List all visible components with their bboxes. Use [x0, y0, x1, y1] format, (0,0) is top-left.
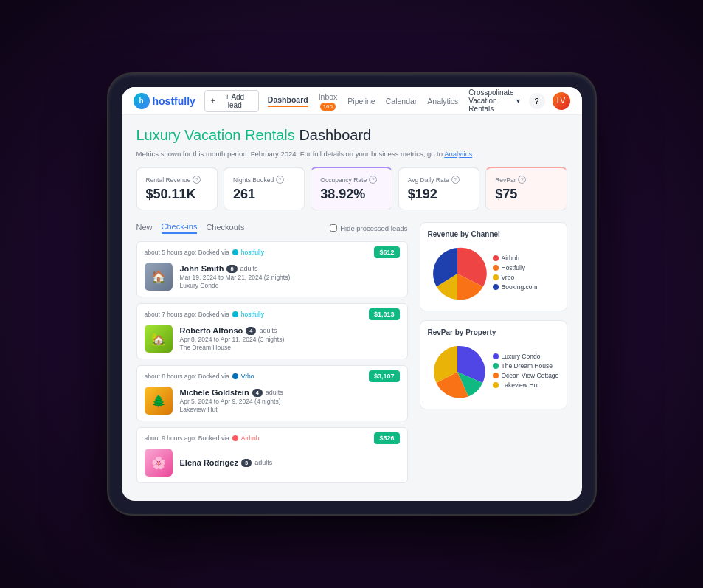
lead-name: Michele Goldstein 4 adults	[180, 388, 400, 397]
nav-calendar[interactable]: Calendar	[386, 97, 418, 106]
metric-label-nights-booked: Nights Booked ?	[233, 176, 295, 184]
lead-meta: about 7 hours ago: Booked via hostfully …	[137, 304, 407, 320]
lead-item[interactable]: about 9 hours ago: Booked via Airbnb $52…	[136, 427, 408, 483]
legend-dot	[493, 353, 499, 359]
legend-dot	[493, 363, 499, 369]
lead-item[interactable]: about 5 hours ago: Booked via hostfully …	[136, 241, 408, 297]
content-grid: New Check-ins Checkouts Hide processed l…	[136, 222, 567, 489]
legend-item: Booking.com	[493, 283, 559, 291]
chart-legend-revpar: Luxury Condo The Dream House Ocean View …	[493, 353, 559, 391]
metric-nights-booked: Nights Booked ? 261	[224, 167, 305, 210]
nav-inbox[interactable]: Inbox 165	[319, 92, 338, 110]
info-icon-occupancy-rate[interactable]: ?	[369, 176, 377, 184]
lead-meta: about 9 hours ago: Booked via Airbnb $52…	[137, 428, 407, 444]
user-avatar[interactable]: LV	[553, 92, 570, 110]
lead-body: 🏡 Roberto Alfonso 4 adults Apr 8, 2024 t…	[137, 320, 407, 359]
lead-avatar: 🌲	[145, 387, 173, 415]
leads-section: New Check-ins Checkouts Hide processed l…	[136, 222, 408, 489]
chart-legend-revenue: Airbnb Hostfully Vrbo	[493, 255, 559, 293]
lead-price: $526	[374, 432, 399, 444]
tablet-frame: h hostfully + + Add lead Dashboard Inbox…	[108, 74, 595, 514]
nav-dashboard[interactable]: Dashboard	[268, 95, 308, 107]
lead-price: $1,013	[369, 308, 400, 320]
info-icon-revpar[interactable]: ?	[518, 176, 526, 184]
analytics-link[interactable]: Analytics	[444, 150, 472, 158]
add-lead-button[interactable]: + + Add lead	[204, 90, 259, 112]
legend-dot	[493, 284, 499, 290]
lead-name: Elena Rodrigez 3 adults	[180, 458, 400, 467]
chart-container-revpar: Luxury Condo The Dream House Ocean View …	[428, 342, 559, 401]
add-lead-label: + Add lead	[218, 93, 252, 109]
adults-badge: 8	[226, 265, 237, 273]
hide-processed-label: Hide processed leads	[340, 224, 407, 232]
adults-label: adults	[266, 389, 283, 396]
lead-property: Luxury Condo	[180, 282, 400, 289]
help-button[interactable]: ?	[529, 93, 545, 109]
lead-body: 🌸 Elena Rodrigez 3 adults	[137, 444, 407, 482]
page-title: Luxury Vacation Rentals Dashboard	[136, 127, 567, 144]
metric-value-rental-revenue: $50.11K	[146, 187, 208, 202]
main-content: Luxury Vacation Rentals Dashboard Metric…	[122, 115, 582, 501]
inbox-badge: 165	[320, 103, 336, 111]
lead-body: 🌲 Michele Goldstein 4 adults Apr 5, 2024…	[137, 382, 407, 421]
channel-airbnb-icon	[232, 435, 239, 442]
lead-dates: Apr 8, 2024 to Apr 11, 2024 (3 nights)	[180, 336, 400, 343]
plus-icon: +	[211, 97, 215, 105]
pie-chart-revenue	[428, 244, 487, 303]
adults-label: adults	[259, 327, 277, 334]
lead-dates: Mar 19, 2024 to Mar 21, 2024 (2 nights)	[180, 274, 400, 281]
metric-revpar: RevPar ? $75	[485, 167, 567, 210]
channel-hostfully-icon	[232, 311, 239, 318]
info-icon-rental-revenue[interactable]: ?	[193, 176, 201, 184]
legend-item: Hostfully	[493, 264, 559, 271]
leads-tabs: New Check-ins Checkouts Hide processed l…	[136, 222, 408, 234]
tab-checkins[interactable]: Check-ins	[162, 222, 198, 234]
page-title-accent: Luxury Vacation Rentals	[136, 127, 295, 143]
info-icon-nights-booked[interactable]: ?	[276, 176, 284, 184]
tab-new[interactable]: New	[136, 223, 153, 233]
lead-body: 🏠 John Smith 8 adults Mar 19, 2024 to Ma…	[137, 258, 407, 297]
lead-info: Elena Rodrigez 3 adults	[180, 458, 400, 467]
tablet-screen: h hostfully + + Add lead Dashboard Inbox…	[122, 87, 582, 501]
adults-badge: 4	[246, 327, 256, 335]
legend-item: Lakeview Hut	[493, 381, 559, 389]
legend-dot	[493, 382, 499, 388]
nav-analytics[interactable]: Analytics	[427, 97, 458, 106]
tab-checkouts[interactable]: Checkouts	[206, 223, 244, 233]
lead-name: John Smith 8 adults	[180, 264, 400, 273]
legend-item: Luxury Condo	[493, 353, 559, 360]
metric-rental-revenue: Rental Revenue ? $50.11K	[136, 167, 218, 210]
logo[interactable]: h hostfully	[134, 93, 195, 109]
lead-info: John Smith 8 adults Mar 19, 2024 to Mar …	[180, 264, 400, 289]
logo-icon: h	[134, 93, 150, 109]
nav-pipeline[interactable]: Pipeline	[347, 97, 375, 106]
metric-avg-daily-rate: Avg Daily Rate ? $192	[398, 167, 479, 210]
lead-price: $612	[374, 246, 399, 258]
metric-value-occupancy-rate: 38.92%	[320, 187, 382, 202]
info-icon-avg-daily-rate[interactable]: ?	[451, 176, 460, 184]
revpar-by-property-chart: RevPar by Property	[420, 320, 567, 409]
metric-occupancy-rate: Occupancy Rate ? 38.92%	[311, 167, 392, 210]
metric-value-nights-booked: 261	[233, 187, 295, 202]
lead-item[interactable]: about 8 hours ago: Booked via Vrbo $3,10…	[136, 365, 408, 421]
legend-item: Ocean View Cottage	[493, 372, 559, 379]
metric-value-avg-daily-rate: $192	[408, 187, 470, 202]
nav-links: Dashboard Inbox 165 Pipeline Calendar An…	[268, 89, 520, 113]
svg-point-1	[232, 311, 238, 317]
channel-hostfully-icon	[232, 249, 239, 256]
nav-crosspolinate[interactable]: Crosspolinate Vacation Rentals ▾	[468, 89, 519, 113]
legend-item: Airbnb	[493, 255, 559, 262]
lead-info: Roberto Alfonso 4 adults Apr 8, 2024 to …	[180, 326, 400, 351]
hide-processed-toggle: Hide processed leads	[330, 224, 407, 232]
chart-container-revenue: Airbnb Hostfully Vrbo	[428, 244, 559, 303]
hide-processed-checkbox[interactable]	[330, 224, 337, 232]
revenue-by-channel-chart: Revenue by Channel	[420, 222, 567, 311]
lead-item[interactable]: about 7 hours ago: Booked via hostfully …	[136, 303, 408, 359]
lead-info: Michele Goldstein 4 adults Apr 5, 2024 t…	[180, 388, 400, 413]
legend-dot	[493, 255, 499, 261]
page-title-dashboard: Dashboard	[299, 127, 371, 143]
lead-price: $3,107	[369, 370, 400, 382]
adults-badge: 4	[252, 389, 263, 397]
nav-right: ? LV	[529, 92, 570, 110]
metrics-note: Metrics shown for this month period: Feb…	[136, 150, 567, 158]
